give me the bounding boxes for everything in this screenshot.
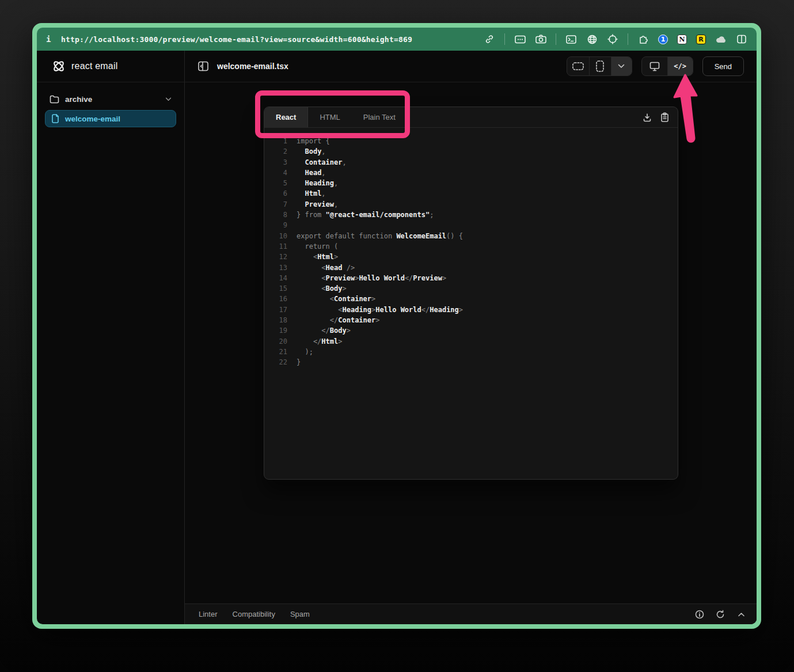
link-icon[interactable] bbox=[484, 33, 495, 45]
refresh-icon[interactable] bbox=[715, 609, 725, 620]
code-line: 14 <Preview>Hello World</Preview> bbox=[272, 273, 678, 283]
crosshair-icon[interactable] bbox=[607, 33, 618, 45]
sidebar-item-welcome-email[interactable]: welcome-email bbox=[45, 110, 176, 127]
react-email-app: react email welcome-email.tsx bbox=[37, 51, 757, 624]
code-line: 22} bbox=[272, 357, 678, 367]
chevron-down-icon bbox=[165, 97, 172, 101]
code-line: 11 return ( bbox=[272, 241, 678, 252]
terminal-icon[interactable] bbox=[565, 33, 577, 45]
puzzle-icon[interactable] bbox=[637, 33, 649, 45]
info-glyph: i bbox=[46, 35, 61, 44]
notion-icon[interactable]: N bbox=[677, 35, 687, 44]
code-line: 4 Head, bbox=[272, 168, 678, 178]
browser-window: i http://localhost:3000/preview/welcome-… bbox=[32, 23, 761, 629]
code-line: 6 Html, bbox=[272, 188, 678, 199]
info-icon[interactable] bbox=[694, 609, 705, 620]
toolbar-separator bbox=[628, 33, 628, 45]
folder-label: archive bbox=[65, 95, 92, 104]
camera-icon[interactable] bbox=[535, 33, 546, 45]
preview-canvas: React HTML Plain Text bbox=[185, 82, 757, 624]
code-line: 10export default function WelcomeEmail()… bbox=[272, 231, 678, 241]
code-line: 15 <Body> bbox=[272, 283, 678, 294]
file-icon bbox=[51, 114, 59, 123]
code-line: 16 <Container> bbox=[272, 294, 678, 304]
code-line: 21 ); bbox=[272, 347, 678, 357]
tab-spam[interactable]: Spam bbox=[290, 610, 310, 618]
code-line: 20 </Html> bbox=[272, 336, 678, 347]
tab-linter[interactable]: Linter bbox=[199, 610, 218, 618]
toolbar-separator bbox=[556, 33, 556, 45]
code-line: 12 <Html> bbox=[272, 252, 678, 262]
sidebar: archive welcome-email bbox=[37, 82, 185, 624]
bottom-bar: Linter Compatibility Spam bbox=[185, 603, 757, 624]
tab-plain-text[interactable]: Plain Text bbox=[352, 107, 407, 127]
send-button[interactable]: Send bbox=[702, 56, 744, 76]
code-line: 19 </Body> bbox=[272, 325, 678, 336]
r-extension-icon[interactable]: R bbox=[696, 35, 706, 44]
download-icon[interactable] bbox=[642, 112, 652, 123]
browser-urlbar[interactable]: i http://localhost:3000/preview/welcome-… bbox=[37, 28, 757, 51]
view-mode-toggle: </> bbox=[641, 56, 693, 76]
code-line: 5 Heading, bbox=[272, 178, 678, 188]
code-editor[interactable]: 1import {2 Body,3 Container,4 Head,5 Hea… bbox=[264, 128, 678, 479]
code-line: 18 </Container> bbox=[272, 315, 678, 325]
source-view-tabs: React HTML Plain Text bbox=[264, 107, 678, 128]
tab-react[interactable]: React bbox=[264, 107, 308, 127]
file-title: welcome-email.tsx bbox=[217, 62, 288, 71]
sidebar-item-label: welcome-email bbox=[65, 115, 120, 123]
desktop-preview-button[interactable] bbox=[642, 57, 667, 75]
cloud-icon[interactable] bbox=[715, 33, 727, 45]
chevron-up-icon[interactable] bbox=[736, 609, 746, 620]
orientation-landscape-icon[interactable] bbox=[567, 57, 589, 75]
sidebar-toggle-icon[interactable] bbox=[197, 60, 209, 72]
sidebar-folder-archive[interactable]: archive bbox=[45, 90, 176, 108]
toolbar-separator bbox=[504, 33, 505, 45]
code-line: 13 <Head /> bbox=[272, 263, 678, 273]
react-email-logo-icon bbox=[52, 59, 66, 73]
code-line: 9 bbox=[272, 220, 678, 230]
orientation-portrait-icon[interactable] bbox=[589, 57, 611, 75]
source-code-panel: React HTML Plain Text bbox=[264, 107, 678, 480]
viewport-dropdown-button[interactable] bbox=[611, 57, 632, 75]
app-logo[interactable]: react email bbox=[37, 51, 185, 82]
tab-compatibility[interactable]: Compatibility bbox=[233, 610, 275, 618]
code-line: 17 <Heading>Hello World</Heading> bbox=[272, 305, 678, 315]
app-header: react email welcome-email.tsx bbox=[37, 51, 757, 82]
code-line: 3 Container, bbox=[272, 157, 678, 168]
chevron-down-icon bbox=[618, 64, 625, 69]
viewport-controls bbox=[567, 56, 632, 76]
code-line: 2 Body, bbox=[272, 146, 678, 157]
folder-icon bbox=[50, 95, 59, 104]
source-code-button[interactable]: </> bbox=[667, 57, 693, 75]
app-logo-text: react email bbox=[71, 61, 117, 71]
onepassword-icon[interactable]: 1 bbox=[658, 35, 668, 44]
url-text[interactable]: http://localhost:3000/preview/welcome-em… bbox=[61, 35, 484, 44]
tab-html[interactable]: HTML bbox=[308, 107, 351, 127]
globe-icon[interactable] bbox=[586, 33, 598, 45]
code-line: 7 Preview, bbox=[272, 199, 678, 210]
media-icon[interactable] bbox=[514, 33, 526, 45]
title-cell: welcome-email.tsx bbox=[185, 51, 757, 82]
code-line: 1import { bbox=[272, 136, 678, 146]
split-view-icon[interactable] bbox=[736, 33, 747, 45]
browser-toolbar: 1 N R bbox=[484, 33, 747, 45]
desktop-preview-icon bbox=[649, 62, 660, 71]
code-line: 8} from "@react-email/components"; bbox=[272, 210, 678, 220]
copy-icon[interactable] bbox=[659, 112, 670, 123]
